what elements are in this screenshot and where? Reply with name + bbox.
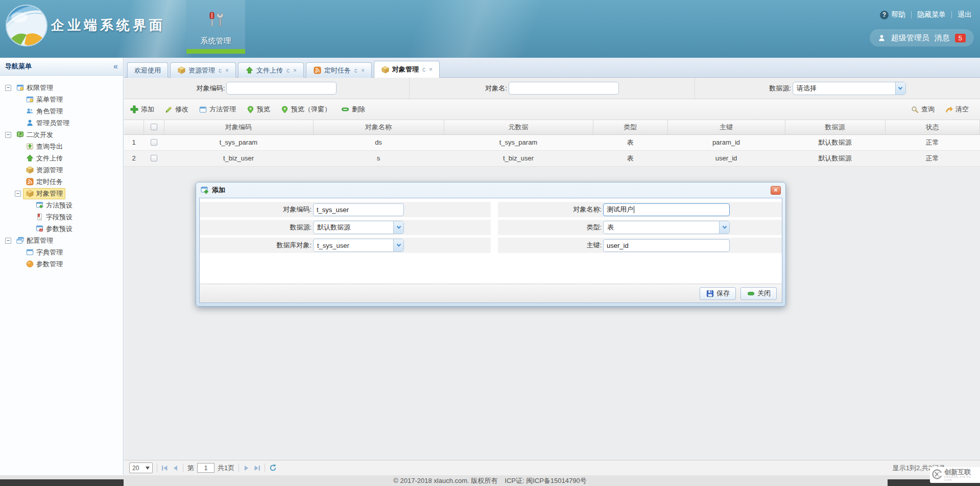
sidebar-item[interactable]: −配置管理	[2, 235, 121, 246]
table-row[interactable]: 2t_biz_userst_biz_user表user_id默认数据源正常	[124, 150, 980, 166]
tab-文件上传[interactable]: 文件上传c×	[238, 62, 304, 78]
sidebar-item[interactable]: −对象管理	[2, 188, 121, 199]
collapse-expander-icon[interactable]: −	[5, 132, 11, 138]
refresh-button[interactable]	[269, 464, 277, 472]
close-pill-icon	[747, 289, 755, 297]
sidebar-item[interactable]: 角色管理	[2, 105, 121, 117]
类型-select[interactable]: 表	[603, 221, 730, 234]
数据库对象-select[interactable]: t_sys_user	[313, 239, 404, 252]
dialog-close-button[interactable]: ×	[771, 186, 781, 195]
page-number-input[interactable]: 1	[197, 463, 214, 473]
方法管理-button[interactable]: 方法管理	[199, 105, 236, 114]
关闭-button[interactable]: 关闭	[740, 287, 777, 300]
sidebar-item[interactable]: 查询导出	[2, 141, 121, 152]
next-page-button[interactable]	[243, 465, 249, 471]
toolbar-button-label: 查询	[921, 105, 935, 114]
table-cell: t_sys_param	[444, 134, 593, 150]
预览（弹窗）-button[interactable]: 预览（弹窗）	[280, 105, 331, 114]
select-all-checkbox[interactable]	[151, 124, 157, 130]
tab-refresh-icon[interactable]: c	[422, 66, 425, 73]
combo-value: 默认数据源	[314, 221, 393, 234]
tab-refresh-icon[interactable]: c	[354, 67, 357, 74]
sidebar-item[interactable]: 定时任务	[2, 176, 121, 188]
tab-refresh-icon[interactable]: c	[286, 67, 290, 74]
tab-label: 资源管理	[188, 66, 215, 75]
module-tab-system-management[interactable]: 系统管理	[186, 0, 245, 49]
sidebar-item[interactable]: 字段预设	[2, 211, 121, 223]
数据源-select[interactable]: 默认数据源	[313, 221, 404, 234]
object-name-input[interactable]	[509, 82, 619, 95]
chevron-down-icon[interactable]	[719, 221, 729, 234]
sidebar-item[interactable]: −二次开发	[2, 129, 121, 141]
messages-badge[interactable]: 5	[955, 34, 966, 42]
sidebar-item[interactable]: 资源管理	[2, 164, 121, 176]
datasource-select[interactable]: 请选择	[793, 82, 906, 95]
chevron-down-icon[interactable]	[393, 221, 403, 234]
user-pill[interactable]: 超级管理员 消息 5	[870, 29, 974, 47]
sidebar-item[interactable]: 参数管理	[2, 258, 121, 270]
collapse-expander-icon[interactable]: −	[5, 238, 11, 244]
查询-button[interactable]: 查询	[911, 105, 935, 114]
tab-定时任务[interactable]: 定时任务c×	[306, 62, 372, 78]
预览-button[interactable]: 预览	[246, 105, 270, 114]
修改-button[interactable]: 修改	[164, 105, 188, 114]
table-row[interactable]: 1t_sys_paramdst_sys_param表param_id默认数据源正…	[124, 134, 980, 150]
清空-button[interactable]: 清空	[945, 105, 969, 114]
header-link-1[interactable]: ?帮助	[880, 10, 905, 19]
collapse-expander-icon[interactable]: −	[5, 85, 11, 91]
tab-对象管理[interactable]: 对象管理c×	[374, 61, 440, 78]
对象编码-input[interactable]: t_sys_user	[313, 203, 404, 216]
header-link-3[interactable]: 退出	[958, 10, 972, 19]
sidebar-collapse-button[interactable]: «	[113, 62, 118, 71]
sidebar-item[interactable]: 字典管理	[2, 246, 121, 258]
first-page-button[interactable]	[161, 465, 169, 471]
dropdown-arrow-icon	[146, 467, 150, 470]
保存-button[interactable]: 保存	[700, 287, 736, 300]
删除-button[interactable]: 删除	[341, 105, 365, 114]
toolbar-right-group: 查询清空	[911, 105, 974, 114]
clear-icon	[945, 105, 953, 113]
row-checkbox[interactable]	[151, 155, 157, 161]
minus-icon	[341, 105, 349, 113]
prev-page-button[interactable]	[173, 465, 179, 471]
sidebar-header: 导航菜单 «	[0, 58, 123, 76]
sidebar-item[interactable]: 菜单管理	[2, 94, 121, 105]
sidebar-item[interactable]: 管理员管理	[2, 117, 121, 129]
row-checkbox[interactable]	[151, 139, 157, 146]
header-link-2[interactable]: 隐藏菜单	[917, 10, 946, 19]
对象名称-input[interactable]: 测试用户	[603, 203, 730, 216]
page-size-select[interactable]: 20	[129, 462, 153, 473]
tab-refresh-icon[interactable]: c	[219, 67, 222, 74]
tab-close-icon[interactable]: ×	[225, 67, 229, 74]
search-section-name: 对象名:	[410, 78, 695, 99]
users-icon	[26, 107, 34, 115]
sidebar-item[interactable]: 文件上传	[2, 152, 121, 164]
主键-input[interactable]: user_id	[603, 239, 730, 252]
chevron-down-icon[interactable]	[895, 82, 905, 95]
sidebar-item[interactable]: 16参数预设	[2, 223, 121, 235]
tab-欢迎使用[interactable]: 欢迎使用	[127, 62, 168, 78]
icp-text: ICP证: 闽ICP备15014790号	[505, 476, 586, 485]
field-gutter	[491, 220, 498, 235]
cube-icon	[177, 66, 185, 75]
object-code-input[interactable]	[226, 82, 337, 95]
last-page-button[interactable]	[253, 465, 260, 471]
field-cell-left: 对象编码:t_sys_user	[200, 202, 491, 217]
collapse-expander-icon[interactable]: −	[15, 191, 21, 197]
sidebar-item[interactable]: −权限管理	[2, 82, 121, 94]
messages-link[interactable]: 消息	[935, 33, 950, 43]
header-link-label: 帮助	[891, 10, 905, 19]
module-tab-active-indicator	[186, 49, 245, 54]
page-total-label: 共1页	[218, 464, 234, 473]
sidebar-item[interactable]: 方法预设	[2, 199, 121, 211]
table-cell: 默认数据源	[785, 134, 885, 150]
sidebar-item-body: 二次开发	[13, 129, 56, 141]
field-cell-right: 主键:user_id	[498, 238, 782, 253]
chevron-down-icon[interactable]	[393, 239, 403, 251]
tab-close-icon[interactable]: ×	[361, 67, 365, 74]
tab-close-icon[interactable]: ×	[429, 66, 433, 73]
sidebar-item-body: 角色管理	[23, 106, 65, 117]
tab-close-icon[interactable]: ×	[293, 67, 297, 74]
添加-button[interactable]: 添加	[130, 105, 154, 114]
tab-资源管理[interactable]: 资源管理c×	[170, 62, 236, 78]
